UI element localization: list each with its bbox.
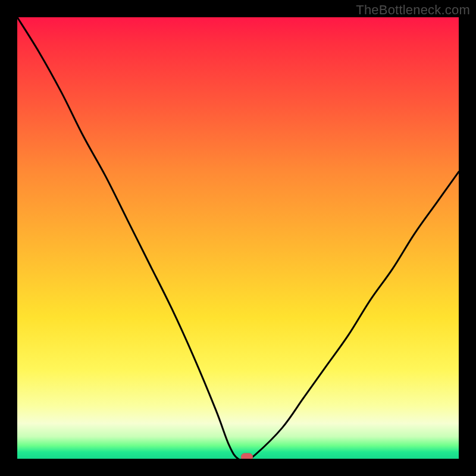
optimal-point-marker (241, 453, 253, 459)
chart-frame: TheBottleneck.com (0, 0, 476, 476)
watermark-text: TheBottleneck.com (356, 2, 470, 18)
bottleneck-curve (17, 17, 459, 459)
plot-area (17, 17, 459, 459)
